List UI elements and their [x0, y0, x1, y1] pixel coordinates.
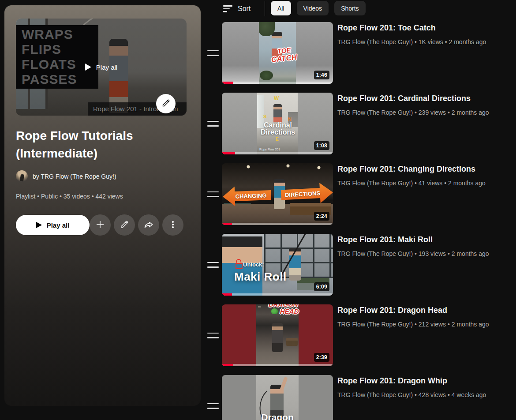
- drag-handle[interactable]: [203, 375, 222, 420]
- video-thumbnail[interactable]: Dragon: [222, 375, 333, 420]
- video-info: Rope Flow 201: Dragon Whip TRG Flow (The…: [333, 375, 486, 420]
- thumbnail-art: [272, 323, 283, 352]
- playlist-stats: Playlist • Public • 35 videos • 442 view…: [16, 193, 123, 200]
- video-row: CHANGINGDIRECTIONS2:24 Rope Flow 201: Ch…: [203, 163, 516, 225]
- video-title[interactable]: Rope Flow 201: Changing Directions: [337, 165, 486, 174]
- thumbnail-overlay-unlock: Unlock:: [243, 261, 264, 268]
- video-title[interactable]: Rope Flow 201: Maki Roll: [337, 235, 489, 244]
- sort-icon: [223, 5, 232, 12]
- watch-progress-track: [222, 152, 333, 154]
- kebab-menu-icon: [168, 219, 178, 231]
- plus-icon: [95, 219, 105, 231]
- thumbnail-overlay-cardinal-line2: Directions: [251, 129, 305, 136]
- drag-handle[interactable]: [203, 93, 222, 154]
- video-meta: TRG Flow (The Rope Guy!) • 212 views • 2…: [337, 321, 489, 328]
- drag-handle[interactable]: [203, 163, 222, 225]
- video-info: Rope Flow 201: Dragon Head TRG Flow (The…: [333, 304, 489, 366]
- thumbnail-art: [289, 248, 301, 281]
- more-actions-button[interactable]: [162, 214, 183, 236]
- duration-badge: 2:24: [314, 212, 329, 221]
- thumbnail-art: [271, 308, 278, 314]
- thumbnail-overlay-s: S: [263, 114, 266, 119]
- share-button[interactable]: [138, 214, 159, 236]
- edit-thumbnail-button[interactable]: [156, 94, 176, 113]
- sort-button[interactable]: Sort: [223, 2, 251, 15]
- watch-progress-fill: [222, 82, 233, 84]
- playlist-header-card: WRAPS FLIPS FLOATS PASSES Rope Flow 201 …: [4, 5, 201, 406]
- watch-progress-track: [222, 364, 333, 366]
- play-icon: [36, 222, 42, 228]
- video-meta: TRG Flow (The Rope Guy!) • 41 views • 2 …: [337, 180, 486, 187]
- thumbnail-overlay-cardinal-line1: Cardinal: [254, 122, 302, 129]
- video-info: Rope Flow 201: Maki Roll TRG Flow (The R…: [333, 234, 489, 296]
- thumbnail-overlay-maki: Maki Roll: [234, 270, 287, 284]
- playlist-byline: by TRG Flow (The Rope Guy!): [33, 173, 116, 180]
- video-thumbnail[interactable]: WSNCardinalDirectionsERope Flow 2011:08: [222, 93, 333, 154]
- playlist-actions: Play all: [16, 214, 183, 236]
- play-all-label: Play all: [47, 221, 70, 229]
- video-meta: TRG Flow (The Rope Guy!) • 239 views • 2…: [337, 109, 489, 116]
- video-meta: TRG Flow (The Rope Guy!) • 1K views • 2 …: [337, 38, 486, 45]
- video-info: Rope Flow 201: Cardinal Directions TRG F…: [333, 93, 489, 154]
- channel-avatar[interactable]: [16, 170, 28, 182]
- filter-chips: All Videos Shorts: [271, 1, 366, 15]
- edit-playlist-button[interactable]: [114, 214, 135, 236]
- thumbnail-art: [260, 71, 273, 80]
- duration-badge: 2:39: [314, 353, 329, 362]
- drag-handle[interactable]: [203, 22, 222, 84]
- hero-play-all-label: Play all: [96, 64, 117, 71]
- drag-handle[interactable]: [203, 304, 222, 366]
- video-title[interactable]: Rope Flow 201: Dragon Whip: [337, 376, 486, 386]
- video-thumbnail[interactable]: CHANGINGDIRECTIONS2:24: [222, 163, 333, 225]
- pencil-icon: [161, 98, 171, 109]
- thumbnail-art: [259, 22, 275, 36]
- video-title[interactable]: Rope Flow 201: Dragon Head: [337, 306, 489, 315]
- duration-badge: 1:08: [314, 141, 329, 150]
- video-title[interactable]: Rope Flow 201: Toe Catch: [337, 23, 486, 33]
- watch-progress-fill: [222, 293, 232, 296]
- sort-label: Sort: [238, 5, 251, 13]
- filter-chip-all[interactable]: All: [271, 1, 291, 15]
- video-info: Rope Flow 201: Changing Directions TRG F…: [333, 163, 486, 225]
- play-icon: [85, 64, 91, 71]
- watch-progress-fill: [222, 223, 232, 225]
- thumbnail-overlay-w: W: [274, 95, 279, 101]
- thumbnail-overlay-e: E: [276, 137, 279, 142]
- duration-badge: 6:09: [314, 282, 329, 291]
- video-meta: TRG Flow (The Rope Guy!) • 193 views • 2…: [337, 250, 489, 257]
- watch-progress-fill: [222, 364, 233, 366]
- video-row: Unlock:Maki Roll6:09 Rope Flow 201: Maki…: [203, 234, 516, 296]
- toolbar-divider: [265, 1, 265, 16]
- thumbnail-overlay-head: HEAD: [280, 308, 299, 315]
- video-thumbnail[interactable]: Unlock:Maki Roll6:09: [222, 234, 333, 296]
- pencil-icon: [120, 220, 129, 231]
- watch-progress-track: [222, 293, 333, 296]
- playlist-hero-thumbnail[interactable]: WRAPS FLIPS FLOATS PASSES Rope Flow 201 …: [16, 19, 187, 116]
- filter-chip-shorts[interactable]: Shorts: [334, 1, 365, 15]
- play-all-button[interactable]: Play all: [16, 215, 90, 235]
- playlist-title: Rope Flow Tutorials(Intermediate): [16, 127, 188, 162]
- watch-progress-track: [222, 223, 333, 225]
- watch-progress-fill: [222, 152, 235, 154]
- video-row: WSNCardinalDirectionsERope Flow 2011:08 …: [203, 93, 516, 154]
- video-meta: TRG Flow (The Rope Guy!) • 428 views • 4…: [337, 391, 486, 398]
- video-thumbnail[interactable]: TOECATCH1:46: [222, 22, 333, 84]
- playlist-video-list: TOECATCH1:46 Rope Flow 201: Toe Catch TR…: [203, 22, 516, 420]
- playlist-owner-row[interactable]: by TRG Flow (The Rope Guy!): [16, 170, 116, 182]
- video-title[interactable]: Rope Flow 201: Cardinal Directions: [337, 94, 489, 103]
- video-row: Dragon Rope Flow 201: Dragon Whip TRG Fl…: [203, 375, 516, 420]
- video-row: TOECATCH1:46 Rope Flow 201: Toe Catch TR…: [203, 22, 516, 84]
- list-toolbar: Sort All Videos Shorts: [203, 0, 516, 19]
- thumbnail-art: [286, 338, 298, 346]
- video-row: DRAGONHEAD2:39 Rope Flow 201: Dragon Hea…: [203, 304, 516, 366]
- video-info: Rope Flow 201: Toe Catch TRG Flow (The R…: [333, 22, 486, 84]
- filter-chip-videos[interactable]: Videos: [297, 1, 329, 15]
- thumbnail-overlay-rf201: Rope Flow 201: [259, 148, 280, 151]
- thumbnail-overlay-dragon-whip: Dragon: [256, 412, 299, 420]
- drag-handle[interactable]: [203, 234, 222, 296]
- duration-badge: 1:46: [314, 71, 329, 79]
- video-thumbnail[interactable]: DRAGONHEAD2:39: [222, 304, 333, 366]
- add-videos-button[interactable]: [90, 214, 111, 236]
- watch-progress-track: [222, 82, 333, 84]
- share-icon: [143, 219, 154, 231]
